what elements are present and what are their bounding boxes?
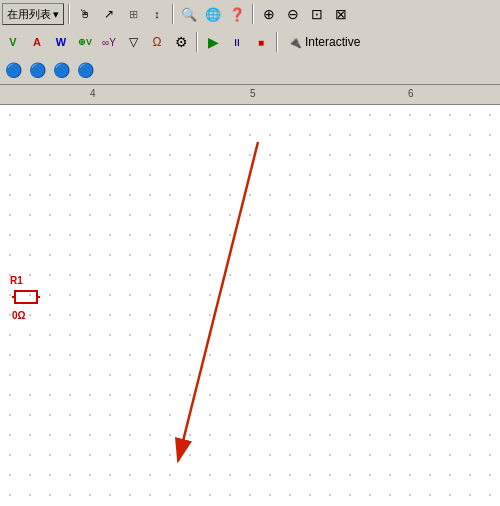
component-r1-value: 0Ω — [12, 310, 26, 322]
pause-icon: ⏸ — [232, 37, 242, 48]
sim-controls: ▶ ⏸ ■ — [202, 31, 272, 53]
separator3 — [252, 4, 254, 24]
play-btn[interactable]: ▶ — [202, 31, 224, 53]
voltage-meter-btn[interactable]: V — [2, 31, 24, 53]
annotation-arrow-line — [178, 142, 258, 461]
play-icon: ▶ — [208, 34, 219, 50]
settings-btn[interactable]: ⚙ — [170, 31, 192, 53]
separator2 — [172, 4, 174, 24]
search-btn[interactable]: 🔍 — [178, 3, 200, 25]
ground-icon: ▽ — [129, 35, 138, 49]
in-use-list-dropdown[interactable]: 在用列表 ▾ — [2, 3, 64, 25]
dropdown-arrow-icon: ▾ — [53, 8, 59, 21]
schematic-canvas[interactable]: R1 0Ω — [0, 105, 500, 506]
separator4 — [196, 32, 198, 52]
zoom-in-icon: ⊕ — [263, 6, 275, 22]
current-icon: A — [33, 36, 41, 48]
wattmeter-icon: W — [56, 36, 66, 48]
circuit-icon-1: 🔵 — [5, 62, 22, 78]
ohm-btn[interactable]: Ω — [146, 31, 168, 53]
current-meter-btn[interactable]: A — [26, 31, 48, 53]
stop-icon: ■ — [258, 37, 264, 48]
zoom-in-btn[interactable]: ⊕ — [258, 3, 280, 25]
select-tool-btn[interactable]: 🖱 — [74, 3, 96, 25]
component-r1-name: R1 — [10, 275, 23, 287]
admittance-btn[interactable]: ∞Y — [98, 31, 120, 53]
arrow-annotation — [0, 105, 500, 506]
tool-btn-r3-2[interactable]: 🔵 — [26, 59, 48, 81]
help-btn[interactable]: ❓ — [226, 3, 248, 25]
wattmeter-btn[interactable]: W — [50, 31, 72, 53]
toolbar-row2: V A W ⊕V ∞Y ▽ Ω ⚙ ▶ ⏸ — [0, 28, 500, 56]
interactive-label: Interactive — [305, 35, 360, 49]
circuit-icon-4: 🔵 — [77, 62, 94, 78]
component-r1[interactable]: R1 0Ω — [10, 275, 40, 322]
help-icon: ❓ — [229, 7, 245, 22]
world-icon: 🌐 — [205, 7, 221, 22]
diff-v-icon: ⊕V — [78, 37, 92, 47]
select-icon: 🖱 — [79, 7, 91, 21]
resistor-svg — [12, 287, 40, 307]
ground-btn[interactable]: ▽ — [122, 31, 144, 53]
separator1 — [68, 4, 70, 24]
ruler-mark-4: 4 — [90, 88, 96, 99]
wire-btn[interactable]: ↕ — [146, 3, 168, 25]
place-icon: ⊞ — [129, 8, 138, 21]
tool-btn-r3-3[interactable]: 🔵 — [50, 59, 72, 81]
ruler-mark-6: 6 — [408, 88, 414, 99]
ohm-icon: Ω — [153, 35, 162, 49]
toolbar-container: 在用列表 ▾ 🖱 ↗ ⊞ ↕ 🔍 🌐 ❓ ⊕ — [0, 0, 500, 85]
search-icon: 🔍 — [181, 7, 197, 22]
voltage-icon: V — [9, 36, 16, 48]
diff-voltage-btn[interactable]: ⊕V — [74, 31, 96, 53]
main-area: 4 5 6 R1 0Ω — [0, 85, 500, 506]
resistor-r1-symbol: R1 0Ω — [10, 275, 40, 322]
ruler-mark-5: 5 — [250, 88, 256, 99]
gear-icon: ⚙ — [175, 34, 188, 50]
svg-rect-0 — [15, 291, 37, 303]
stop-btn[interactable]: ■ — [250, 31, 272, 53]
circuit-icon-3: 🔵 — [53, 62, 70, 78]
pointer-btn[interactable]: ↗ — [98, 3, 120, 25]
tool-btn-r3-1[interactable]: 🔵 — [2, 59, 24, 81]
place-component-btn[interactable]: ⊞ — [122, 3, 144, 25]
circuit-icon-2: 🔵 — [29, 62, 46, 78]
interactive-mode-area: 🔌 Interactive — [288, 35, 360, 49]
interactive-plug-icon: 🔌 — [288, 36, 302, 49]
pointer-icon: ↗ — [104, 7, 114, 21]
zoom-out-icon: ⊖ — [287, 6, 299, 22]
pause-btn[interactable]: ⏸ — [226, 31, 248, 53]
dropdown-label: 在用列表 — [7, 7, 51, 22]
resistor-zigzag-icon — [12, 287, 40, 310]
zoom-full-icon: ⊠ — [335, 6, 347, 22]
zoom-full-btn[interactable]: ⊠ — [330, 3, 352, 25]
zoom-fit-btn[interactable]: ⊡ — [306, 3, 328, 25]
tool-btn-r3-4[interactable]: 🔵 — [74, 59, 96, 81]
zoom-fit-icon: ⊡ — [311, 6, 323, 22]
ruler: 4 5 6 — [0, 85, 500, 105]
wire-icon: ↕ — [154, 8, 160, 20]
toolbar-row3: 🔵 🔵 🔵 🔵 — [0, 56, 500, 84]
admittance-icon: ∞Y — [102, 37, 116, 48]
zoom-out-btn[interactable]: ⊖ — [282, 3, 304, 25]
toolbar-row1: 在用列表 ▾ 🖱 ↗ ⊞ ↕ 🔍 🌐 ❓ ⊕ — [0, 0, 500, 28]
world-btn[interactable]: 🌐 — [202, 3, 224, 25]
separator5 — [276, 32, 278, 52]
